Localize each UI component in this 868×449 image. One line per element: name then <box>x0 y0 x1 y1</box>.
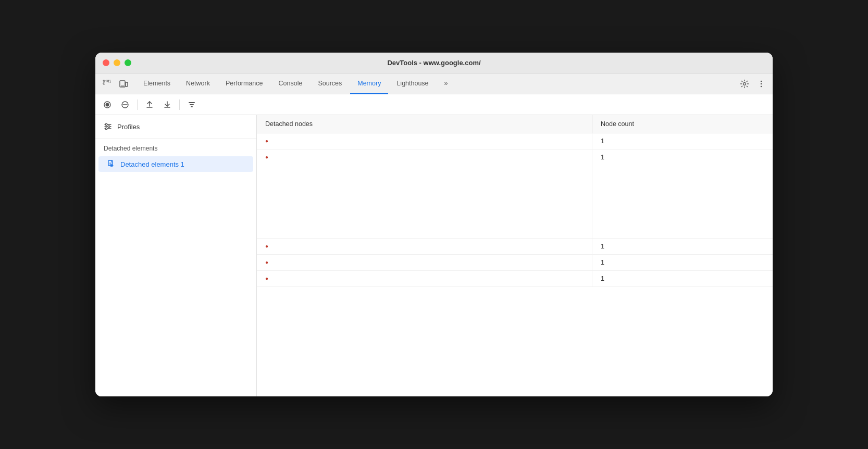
tab-performance[interactable]: Performance <box>218 73 270 94</box>
toolbar-divider-2 <box>179 99 180 110</box>
node-count-cell: 1 <box>592 239 773 255</box>
node-name-cell: ● <box>257 239 592 255</box>
svg-point-7 <box>743 82 746 85</box>
svg-point-27 <box>105 128 107 130</box>
traffic-lights <box>103 59 131 66</box>
tab-console[interactable]: Console <box>271 73 310 94</box>
tab-bar-right <box>737 77 768 91</box>
maximize-button[interactable] <box>125 59 131 66</box>
table-row[interactable]: ●1 <box>257 133 773 149</box>
more-options-button[interactable] <box>754 77 768 91</box>
node-name-cell: ● <box>257 133 592 149</box>
table-row[interactable]: ●1 <box>257 255 773 271</box>
svg-point-26 <box>108 126 110 128</box>
node-dot-icon: ● <box>265 276 268 282</box>
tab-bar: Elements Network Performance Console Sou… <box>95 73 773 94</box>
sidebar-header-label: Profiles <box>117 123 140 131</box>
svg-rect-1 <box>106 80 107 82</box>
svg-point-10 <box>761 85 762 87</box>
document-icon <box>107 160 115 168</box>
node-count-cell: 1 <box>592 149 773 239</box>
svg-rect-2 <box>108 80 110 82</box>
col-header-count: Node count <box>592 115 773 133</box>
node-name-cell: ● <box>257 255 592 271</box>
tab-bar-icons <box>100 77 131 91</box>
sidebar-sliders-icon <box>104 122 112 131</box>
svg-point-12 <box>106 103 109 106</box>
record-button[interactable] <box>100 97 115 113</box>
svg-rect-3 <box>103 83 105 84</box>
tab-more[interactable]: » <box>437 73 455 94</box>
close-button[interactable] <box>103 59 109 66</box>
table-body: ●1●1●1●1●1 <box>257 133 773 287</box>
node-count-cell: 1 <box>592 271 773 287</box>
svg-rect-21 <box>191 106 193 107</box>
title-bar: DevTools - www.google.com/ <box>95 53 773 73</box>
toolbar-divider <box>137 99 138 110</box>
node-count-cell: 1 <box>592 133 773 149</box>
window-title: DevTools - www.google.com/ <box>387 59 480 67</box>
table-row[interactable]: ●1 <box>257 239 773 255</box>
sidebar: Profiles Detached elements Detached elem… <box>95 115 257 396</box>
table-row[interactable]: ●1 <box>257 271 773 287</box>
devtools-window: DevTools - www.google.com/ <box>95 53 773 396</box>
table-row[interactable]: ●1 <box>257 149 773 239</box>
sidebar-item-detached-elements-1[interactable]: Detached elements 1 <box>98 156 253 172</box>
svg-rect-19 <box>189 102 195 103</box>
node-dot-icon: ● <box>265 260 268 266</box>
svg-rect-0 <box>103 80 105 82</box>
svg-point-9 <box>761 83 762 84</box>
device-toggle-icon[interactable] <box>116 77 131 91</box>
action-toolbar <box>95 94 773 115</box>
sidebar-header: Profiles <box>95 115 256 139</box>
sidebar-item-label: Detached elements 1 <box>120 160 184 168</box>
tab-memory[interactable]: Memory <box>350 73 388 94</box>
svg-rect-20 <box>190 104 194 105</box>
tab-elements[interactable]: Elements <box>136 73 178 94</box>
detached-nodes-table: Detached nodes Node count ●1●1●1●1●1 <box>257 115 773 287</box>
table-header-row: Detached nodes Node count <box>257 115 773 133</box>
tab-network[interactable]: Network <box>179 73 217 94</box>
tab-lighthouse[interactable]: Lighthouse <box>389 73 436 94</box>
sidebar-section-title: Detached elements <box>95 139 256 155</box>
svg-point-8 <box>761 80 762 82</box>
node-name-cell: ● <box>257 271 592 287</box>
save-button[interactable] <box>159 97 175 113</box>
node-dot-icon: ● <box>265 139 268 144</box>
minimize-button[interactable] <box>114 59 120 66</box>
node-count-cell: 1 <box>592 255 773 271</box>
table-area: Detached nodes Node count ●1●1●1●1●1 <box>257 115 773 396</box>
svg-rect-5 <box>126 82 128 86</box>
filter-button[interactable] <box>184 97 200 113</box>
node-text <box>271 154 428 234</box>
main-content: Profiles Detached elements Detached elem… <box>95 115 773 396</box>
node-name-cell: ● <box>257 149 592 239</box>
col-header-nodes: Detached nodes <box>257 115 592 133</box>
settings-button[interactable] <box>737 77 752 91</box>
node-dot-icon: ● <box>265 155 268 160</box>
tab-sources[interactable]: Sources <box>311 73 349 94</box>
clear-button[interactable] <box>117 97 133 113</box>
load-button[interactable] <box>142 97 157 113</box>
node-dot-icon: ● <box>265 244 268 250</box>
svg-point-25 <box>105 123 107 126</box>
inspect-icon[interactable] <box>100 77 114 91</box>
